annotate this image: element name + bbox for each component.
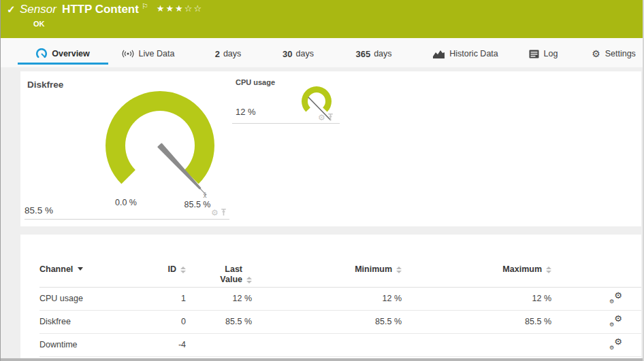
channel-actions: ⚙⚙ (551, 287, 641, 310)
tab-label: Settings (605, 49, 636, 58)
object-kind-label: Sensor (20, 3, 57, 16)
area-chart-icon (433, 50, 445, 58)
channel-name[interactable]: CPU usage (39, 287, 129, 310)
sort-icon (546, 267, 551, 273)
channel-minimum: 85.5 % (252, 310, 402, 333)
priority-stars[interactable]: ★★★☆☆ (157, 3, 203, 14)
tab-label: Live Data (139, 49, 175, 58)
sort-icon (246, 277, 252, 283)
tab-log[interactable]: Log (522, 45, 564, 63)
channel-maximum (402, 333, 551, 356)
tab-365-days[interactable]: 365 days (344, 45, 404, 63)
channel-settings-icon[interactable]: ⚙⚙ (609, 339, 622, 349)
tab-label: days (374, 49, 391, 58)
column-label: ID (168, 264, 177, 274)
gauge-widget-diskfree[interactable]: Diskfree x̄ 0.0 % 85.5 % 85.5 % ⚙ (25, 75, 229, 220)
gauge-icon (36, 48, 47, 59)
channels-panel: Channel ID Last Value Minimum Maximum (20, 235, 641, 361)
column-header-last-value[interactable]: Last Value (186, 235, 252, 287)
sort-desc-icon (78, 267, 83, 271)
table-row[interactable]: Downtime -4 ⚙⚙ (39, 333, 641, 356)
sort-icon (180, 267, 186, 273)
gear-icon[interactable]: ⚙ (318, 114, 325, 122)
tab-2-days[interactable]: 2 days (208, 45, 248, 63)
column-header-actions (551, 235, 641, 287)
channel-id: 0 (129, 310, 186, 333)
channel-maximum: 85.5 % (402, 310, 551, 333)
sensor-title: HTTP Content (62, 3, 139, 16)
gauges-panel: Diskfree x̄ 0.0 % 85.5 % 85.5 % ⚙ CPU (20, 71, 641, 226)
column-label: Maximum (502, 264, 542, 274)
table-header-row: Channel ID Last Value Minimum Maximum (39, 235, 641, 287)
channel-minimum: 12 % (252, 287, 402, 310)
column-label: Channel (39, 264, 73, 274)
gauge-scale-min: 0.0 % (105, 198, 147, 207)
gear-icon: ⚙ (592, 48, 600, 59)
tab-label: days (223, 49, 241, 58)
gauge-value: 12 % (236, 107, 256, 117)
channel-settings-icon[interactable]: ⚙⚙ (609, 315, 622, 326)
column-label: Minimum (355, 264, 392, 274)
channel-minimum (252, 333, 402, 356)
gauge-value: 85.5 % (25, 205, 53, 216)
channel-id: 1 (129, 287, 186, 310)
pin-icon[interactable] (327, 111, 334, 124)
tab-number: 365 (355, 49, 370, 59)
window-bottom-edge (1, 358, 643, 361)
tab-number: 2 (215, 49, 220, 59)
channel-name[interactable]: Diskfree (39, 310, 129, 333)
tab-label: Historic Data (449, 49, 498, 58)
channel-settings-icon[interactable]: ⚙⚙ (609, 292, 622, 303)
tab-settings[interactable]: ⚙ Settings (583, 45, 644, 63)
tab-label: Log (544, 49, 558, 58)
sensor-header: ✓ SensorHTTP Content⚐★★★☆☆ OK (1, 0, 643, 38)
flag-icon[interactable]: ⚐ (142, 2, 148, 10)
tab-bar: Overview Live Data 2 days 30 days 365 (1, 38, 643, 67)
tab-label: Overview (52, 49, 90, 58)
status-badge: OK (33, 20, 45, 28)
table-row[interactable]: Diskfree 0 85.5 % 85.5 % 85.5 % ⚙⚙ (39, 310, 641, 333)
average-marker: x̄ (198, 192, 212, 199)
tab-historic-data[interactable]: Historic Data (421, 45, 510, 63)
check-icon: ✓ (7, 3, 16, 16)
column-header-id[interactable]: ID (129, 235, 186, 287)
sensor-window: ✓ SensorHTTP Content⚐★★★☆☆ OK Overview (0, 0, 644, 361)
tab-label: days (296, 49, 314, 58)
channel-last-value: 85.5 % (186, 310, 252, 333)
channel-actions: ⚙⚙ (551, 333, 641, 356)
column-header-maximum[interactable]: Maximum (402, 235, 551, 287)
channel-id: -4 (129, 333, 186, 356)
tab-number: 30 (283, 49, 292, 59)
diskfree-gauge-arc (25, 75, 229, 211)
channel-last-value (186, 333, 252, 356)
channel-actions: ⚙⚙ (551, 310, 641, 333)
gear-icon[interactable]: ⚙ (211, 209, 219, 217)
column-header-channel[interactable]: Channel (39, 235, 129, 287)
tab-30-days[interactable]: 30 days (276, 45, 321, 63)
live-data-icon (122, 49, 134, 58)
channels-table: Channel ID Last Value Minimum Maximum (39, 235, 641, 357)
log-list-icon (529, 50, 539, 58)
channel-name[interactable]: Downtime (39, 333, 129, 356)
gauge-widget-cpu[interactable]: CPU usage 12 % ⚙ (232, 75, 340, 124)
pin-icon[interactable] (221, 207, 227, 219)
tab-live-data[interactable]: Live Data (115, 45, 181, 63)
column-header-minimum[interactable]: Minimum (252, 235, 402, 287)
column-label: Last Value (214, 264, 242, 285)
tab-overview[interactable]: Overview (18, 45, 108, 65)
sort-icon (396, 267, 402, 273)
channel-maximum: 12 % (402, 287, 551, 310)
channel-last-value: 12 % (186, 287, 252, 310)
table-row[interactable]: CPU usage 1 12 % 12 % 12 % ⚙⚙ (39, 287, 641, 310)
